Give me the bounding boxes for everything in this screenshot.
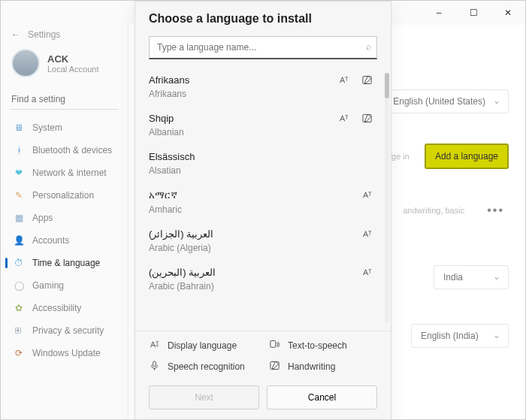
display-language-icon <box>149 339 160 352</box>
sidebar-item-network-internet[interactable]: ❤Network & internet <box>5 162 123 183</box>
language-english: Amharic <box>149 204 383 215</box>
legend: Display language Text-to-speech Speech r… <box>135 331 391 378</box>
sidebar-item-accounts[interactable]: 👤Accounts <box>5 230 123 251</box>
nav-icon: ✎ <box>13 189 25 201</box>
next-button[interactable]: Next <box>149 385 259 409</box>
settings-title: Settings <box>28 29 60 40</box>
sidebar: ← Settings ACK Local Account 🖥SystemᚼBlu… <box>1 25 128 419</box>
cancel-button[interactable]: Cancel <box>267 385 377 409</box>
language-option[interactable]: ElsässischAlsatian <box>149 145 386 183</box>
nav-label: Privacy & security <box>32 325 104 336</box>
search-icon: ⌕ <box>366 41 371 52</box>
language-english: Albanian <box>149 127 383 137</box>
legend-tts: Text-to-speech <box>269 339 377 352</box>
nav-icon: ✿ <box>13 302 25 314</box>
back-icon[interactable]: ← <box>11 29 20 40</box>
country-dropdown[interactable]: India <box>434 265 509 289</box>
legend-hand: Handwriting <box>269 360 377 373</box>
modal-title: Choose a language to install <box>135 2 391 33</box>
display-language-icon <box>338 113 349 126</box>
legend-display: Display language <box>149 339 257 352</box>
language-option[interactable]: العربية (الجزائر)Arabic (Algeria) <box>149 222 386 261</box>
nav-icon: 🖥 <box>13 122 25 134</box>
nav-label: Accessibility <box>32 303 81 313</box>
maximize-button[interactable]: ☐ <box>456 1 491 25</box>
nav-label: Accounts <box>32 235 69 246</box>
profile-sub: Local Account <box>47 65 99 74</box>
handwriting-icon <box>361 74 373 88</box>
sidebar-item-accessibility[interactable]: ✿Accessibility <box>5 298 123 319</box>
display-language-icon <box>338 74 349 88</box>
nav-label: Personalization <box>32 190 94 201</box>
region-format-dropdown[interactable]: English (India) <box>411 324 509 348</box>
language-option[interactable]: AfrikaansAfrikaans <box>149 68 386 107</box>
avatar <box>11 49 40 77</box>
add-language-button[interactable]: Add a language <box>425 144 509 169</box>
svg-rect-3 <box>153 361 156 367</box>
sub-hint: andwriting, basic <box>403 206 464 215</box>
more-options[interactable]: ••• <box>487 204 509 217</box>
nav-icon: ❤ <box>13 167 25 179</box>
nav-icon: ▦ <box>13 212 25 224</box>
legend-speech: Speech recognition <box>149 360 257 373</box>
sidebar-item-time-language[interactable]: ⏱Time & language <box>5 252 123 273</box>
language-native: Elsässisch <box>149 151 383 162</box>
nav-label: Bluetooth & devices <box>32 145 112 156</box>
nav-icon: ⟳ <box>13 347 25 359</box>
svg-rect-2 <box>271 341 276 348</box>
speech-recognition-icon <box>149 360 160 373</box>
nav-label: System <box>32 122 62 133</box>
find-setting[interactable] <box>10 89 119 110</box>
display-language-icon <box>361 267 373 280</box>
language-english: Arabic (Algeria) <box>149 243 383 253</box>
text-to-speech-icon <box>269 339 280 352</box>
handwriting-icon <box>361 113 373 126</box>
sidebar-item-personalization[interactable]: ✎Personalization <box>5 185 123 206</box>
handwriting-icon <box>269 360 280 373</box>
close-button[interactable]: ✕ <box>491 1 525 25</box>
language-native: አማርኛ <box>149 189 383 201</box>
nav-icon: ⛨ <box>13 325 25 337</box>
profile[interactable]: ACK Local Account <box>5 46 123 86</box>
search-input[interactable] <box>10 89 119 110</box>
language-list[interactable]: AfrikaansAfrikaansShqipAlbanianElsässisc… <box>135 65 391 331</box>
nav-label: Network & internet <box>32 168 107 178</box>
nav-label: Windows Update <box>32 348 101 358</box>
language-english: Alsatian <box>149 165 383 176</box>
nav-icon: ◯ <box>13 279 25 292</box>
sidebar-item-privacy-security[interactable]: ⛨Privacy & security <box>5 320 123 341</box>
sidebar-item-gaming[interactable]: ◯Gaming <box>5 275 123 296</box>
language-option[interactable]: العربية (البحرين)Arabic (Bahrain) <box>149 261 386 299</box>
language-english: Afrikaans <box>149 89 383 99</box>
language-native: العربية (الجزائر) <box>149 228 383 240</box>
display-language-icon <box>361 189 373 203</box>
nav-icon: 👤 <box>13 234 25 246</box>
install-language-modal: Choose a language to install ⌕ Afrikaans… <box>135 1 391 420</box>
language-option[interactable]: አማርኛAmharic <box>149 183 386 222</box>
windows-language-dropdown[interactable]: English (United States) <box>383 89 509 113</box>
nav-label: Apps <box>32 213 53 223</box>
profile-name: ACK <box>47 53 99 65</box>
language-option[interactable]: ShqipAlbanian <box>149 107 386 145</box>
language-native: العربية (البحرين) <box>149 267 383 278</box>
sidebar-item-system[interactable]: 🖥System <box>5 117 123 138</box>
sidebar-item-windows-update[interactable]: ⟳Windows Update <box>5 343 123 364</box>
nav-icon: ᚼ <box>13 144 25 156</box>
nav-icon: ⏱ <box>13 257 25 269</box>
minimize-button[interactable]: – <box>422 1 456 25</box>
language-english: Arabic (Bahrain) <box>149 281 383 292</box>
sidebar-item-bluetooth-devices[interactable]: ᚼBluetooth & devices <box>5 140 123 161</box>
language-search-input[interactable] <box>149 36 377 59</box>
nav-label: Gaming <box>32 280 64 291</box>
nav-label: Time & language <box>32 258 100 268</box>
display-language-icon <box>361 228 373 242</box>
sidebar-item-apps[interactable]: ▦Apps <box>5 207 123 228</box>
